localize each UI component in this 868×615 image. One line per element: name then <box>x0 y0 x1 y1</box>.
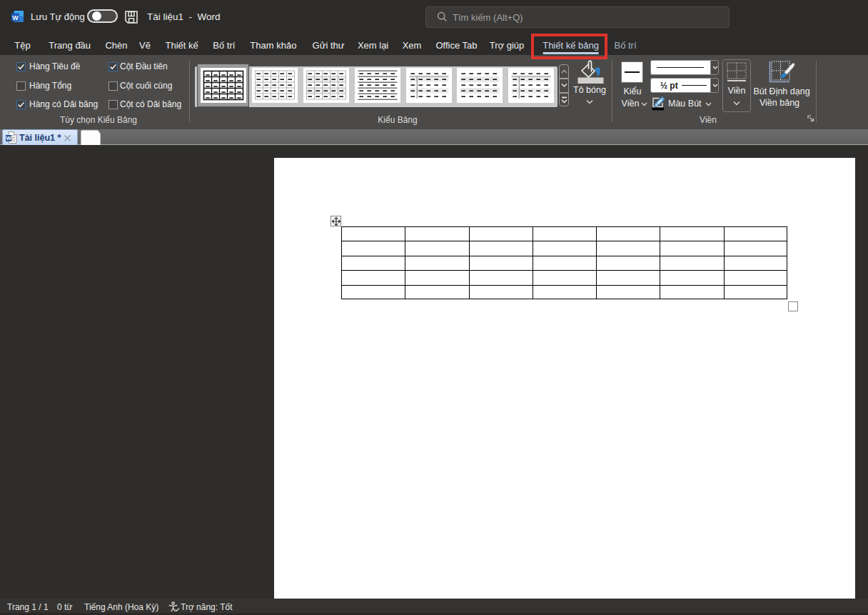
svg-text:W: W <box>12 14 19 21</box>
svg-text:W: W <box>6 135 11 141</box>
